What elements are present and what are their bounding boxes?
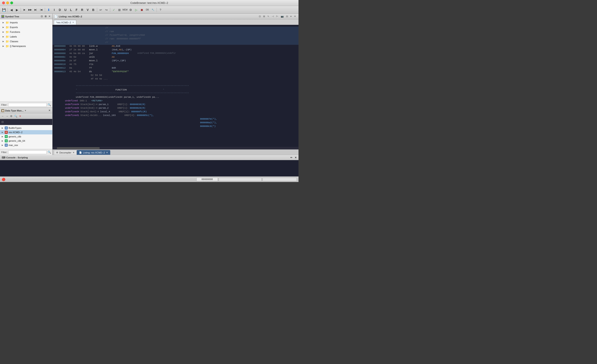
symbol-filter-label: Filter: (1, 104, 7, 106)
code-line-sep1: ****************************************… (53, 85, 298, 89)
dt-refresh-btn[interactable]: ⚙ (9, 114, 13, 118)
operand-7: "ENTRYPOINT" (112, 70, 129, 73)
listing-close[interactable]: ✕ (293, 15, 297, 18)
symbol-filter-input[interactable] (8, 103, 47, 107)
listing-btn-nav1[interactable]: ⊣ (271, 15, 275, 18)
minimize-button[interactable] (6, 1, 9, 4)
tree-item-classes[interactable]: ▶ 📁 Classes (0, 39, 52, 44)
mnemonic-2: jsr (89, 52, 112, 55)
operand-1b: A6 (119, 48, 122, 51)
tool-r[interactable]: R (79, 7, 85, 12)
listing-btn-dropdown[interactable]: ▾ (290, 15, 292, 18)
tree-label-exports: Exports (10, 26, 18, 29)
param-name-1: param_1 (97, 103, 109, 106)
tool-v[interactable]: V (85, 7, 90, 12)
code-area[interactable]: // // ram // fileOffset=0, length=2560 (53, 25, 298, 147)
tool-i[interactable]: I (52, 7, 57, 12)
dt-filter-input[interactable] (8, 150, 47, 154)
param-type-1: undefined4 (54, 103, 79, 106)
listing-btn-layout[interactable]: ⊟ (285, 15, 289, 18)
symbol-filter-button[interactable]: 🔍 (47, 103, 51, 106)
function-header-label: FUNCTION (77, 89, 163, 91)
symbol-tree-btn-1[interactable]: ⊡ (40, 15, 43, 18)
symbol-tree-btn-2[interactable]: ⊞ (44, 15, 47, 18)
horizontal-scrollbar[interactable] (53, 147, 298, 149)
data-type-header-btns[interactable]: ✕ (48, 109, 51, 112)
play-btn[interactable]: ▷ (134, 7, 139, 12)
listing-title: Listing: res-XCMD--2 (59, 15, 82, 18)
dt-filter-btn[interactable]: 🔍 (14, 114, 18, 118)
dt-item-generic[interactable]: ▶ G generic_clib (0, 134, 52, 139)
listing-btn-paste[interactable]: ⊞ (262, 15, 266, 18)
dt-filter-btn-icon[interactable]: 🔍 (47, 150, 51, 154)
stop-btn[interactable]: ⏹ (139, 7, 144, 12)
tab-decompiler[interactable]: ⚙ Decompiler ✕ (54, 150, 77, 155)
tool-f[interactable]: F (74, 7, 79, 12)
dbg-btn-1[interactable]: DB (145, 7, 150, 12)
tab-listing-bottom-close[interactable]: ✕ (106, 151, 108, 154)
mem-btn[interactable]: MEM (122, 7, 128, 12)
tool-d[interactable]: D (57, 7, 63, 12)
dt-item-res[interactable]: ▶ R res-XCMD--2 (0, 130, 52, 134)
listing-header-buttons[interactable]: ⊡ ⊞ ↖ ⊣ ⊢ 📷 ⊟ ▾ ✕ (258, 15, 297, 18)
tree-arrow-labels: ▶ (3, 36, 5, 38)
status-icon: 🔴 (2, 178, 5, 181)
listing-btn-nav2[interactable]: ⊢ (275, 15, 279, 18)
maximize-button[interactable] (10, 1, 13, 4)
tool-b[interactable]: B (91, 7, 96, 12)
tree-item-imports[interactable]: ▶ 📁 Imports (0, 20, 52, 25)
nav-btn-4[interactable]: |◀ (39, 7, 44, 12)
symbol-tree-header-buttons[interactable]: ⊡ ⊞ ✕ (40, 15, 51, 18)
tool-u[interactable]: U (63, 7, 68, 12)
gear-btn[interactable]: ⚙ (128, 7, 133, 12)
tab-close-btn[interactable]: ✕ (72, 21, 74, 23)
dt-arrow-builtin: ▶ (2, 127, 4, 129)
dbg-btn-2[interactable]: 🔧 (150, 7, 156, 12)
listing-btn-cursor[interactable]: ↖ (267, 15, 270, 18)
tab-decompiler-close[interactable]: ✕ (73, 151, 74, 154)
check-btn[interactable]: ✓ (111, 7, 117, 12)
grid-btn[interactable]: ⊞ (117, 7, 122, 12)
data-type-close[interactable]: ✕ (48, 109, 51, 112)
redo-btn[interactable]: ↪ (104, 7, 109, 12)
tab-listing-bottom[interactable]: 📄 Listing: res-XCMD--2 ✕ (77, 150, 110, 155)
symbol-tree-close[interactable]: ✕ (48, 15, 51, 18)
tab-res-xcmd[interactable]: *res-XCMD--2 ✕ (54, 20, 76, 25)
tool-l[interactable]: L (68, 7, 74, 12)
dt-forward-btn[interactable]: → (5, 114, 9, 118)
undo-btn[interactable]: ↩ (98, 7, 103, 12)
dt-item-builtin[interactable]: ▶ B BuiltInTypes (0, 126, 52, 130)
forward-button[interactable]: ▶ (14, 7, 20, 12)
help-btn[interactable]: ? (158, 7, 163, 12)
dt-label-builtin: BuiltInTypes (8, 127, 22, 129)
tree-item-labels[interactable]: ▶ 📁 Labels (0, 34, 52, 39)
nav-btn-3[interactable]: ▶| (33, 7, 38, 12)
mnemonic-6: ?? (89, 67, 112, 69)
close-button[interactable] (2, 1, 5, 4)
listing-btn-snap[interactable]: 📷 (280, 15, 284, 18)
data-type-dropdown[interactable]: ▾ (25, 109, 26, 112)
dt-item-macosx[interactable]: ▶ M mac_osx (0, 143, 52, 147)
window-controls[interactable] (2, 1, 13, 4)
bottom-tab-bar: ⚙ Decompiler ✕ 📄 Listing: res-XCMD--2 ✕ (53, 149, 298, 155)
dt-delete-btn[interactable]: ✕ (18, 114, 22, 118)
dt-item-generic64[interactable]: ▶ G generic_clib_64 (0, 139, 52, 143)
nav-btn-2[interactable]: ▶▶ (27, 7, 33, 12)
tool-down[interactable]: ⬇ (46, 7, 51, 12)
tree-item-exports[interactable]: ▶ 📁 Exports (0, 25, 52, 30)
separator-2b: * (163, 89, 165, 91)
dt-expand-btn[interactable]: ⊡ (1, 120, 4, 124)
xref-addr-4c: 000000a2(*), (54, 121, 217, 124)
tree-item-functions[interactable]: ▶ 📁 Functions (0, 30, 52, 34)
dt-back-btn[interactable]: ← (1, 114, 5, 118)
nav-btn-1[interactable]: ▶ (22, 7, 27, 12)
console-close-btn[interactable]: ✕ (295, 156, 297, 159)
tree-item-namespaces[interactable]: ▶ 📁 {} Namespaces (0, 44, 52, 48)
back-button[interactable]: ◀ (9, 7, 14, 12)
h-scroll-thumb[interactable] (57, 147, 100, 149)
listing-btn-copy[interactable]: ⊡ (258, 15, 262, 18)
save-button[interactable]: 💾 (1, 7, 7, 12)
console-edit-btn[interactable]: ✏ (290, 156, 292, 159)
comment-text-2: // ram (54, 30, 114, 33)
folder-icon-functions: 📁 (6, 31, 9, 34)
